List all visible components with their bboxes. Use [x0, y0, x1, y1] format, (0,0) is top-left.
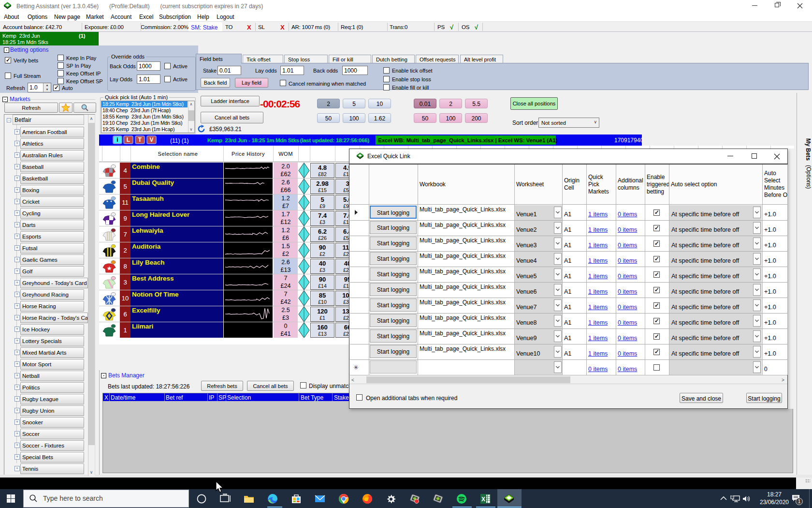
svg-text:X: X [481, 496, 485, 503]
